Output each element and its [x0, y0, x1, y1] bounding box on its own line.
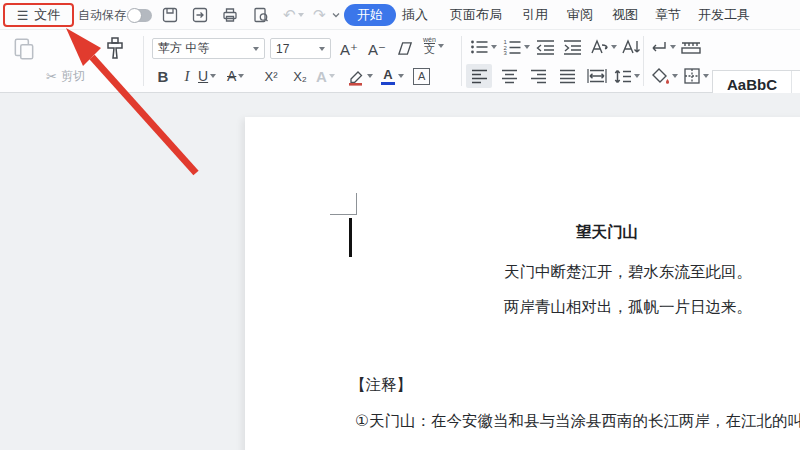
- phonetic-guide-button[interactable]: wén 文: [423, 36, 444, 55]
- margin-mark-horizontal: [330, 214, 357, 215]
- print-preview-button[interactable]: [252, 0, 270, 30]
- pinyin-text: wén: [423, 36, 436, 43]
- poem-line-1: 天门中断楚江开，碧水东流至此回。: [266, 262, 800, 283]
- ribbon: 粘贴 ✂ 剪切 复制 格式刷 苹方 中等 17 A⁺: [0, 30, 800, 93]
- borders-icon: [683, 67, 701, 85]
- font-size-combobox[interactable]: 17: [270, 38, 331, 59]
- font-name-combobox[interactable]: 苹方 中等: [152, 38, 265, 59]
- text-direction-button[interactable]: [621, 38, 641, 56]
- paragraph-layout-button[interactable]: [589, 38, 617, 56]
- decrease-font-icon: A⁻: [368, 41, 386, 59]
- superscript-icon: X²: [265, 69, 278, 84]
- paragraph-layout-icon: [589, 38, 609, 56]
- tab-references[interactable]: 引用: [522, 0, 548, 30]
- numbered-list-button[interactable]: 123: [502, 38, 530, 56]
- align-center-icon: [500, 68, 519, 84]
- print-preview-icon: [252, 6, 270, 24]
- tab-review-label: 审阅: [567, 6, 593, 24]
- align-center-button[interactable]: [496, 64, 522, 88]
- subscript-button[interactable]: X₂: [287, 66, 313, 86]
- pinyin-char: 文: [424, 43, 435, 55]
- toggle-knob: [127, 8, 142, 23]
- title-tab-bar: ☰ 文件 自动保存 ↶: [0, 0, 800, 30]
- tab-dev-tools[interactable]: 开发工具: [698, 0, 750, 30]
- font-name-value: 苹方 中等: [158, 40, 209, 57]
- note-item-1: ①天门山：在今安徽当和县与当涂县西南的长江两岸，在江北的叫: [355, 411, 800, 432]
- export-pdf-icon: [191, 6, 209, 24]
- font-color-swatch: [381, 82, 395, 85]
- notes-header: 【注释】: [350, 375, 412, 396]
- adjust-width-button[interactable]: [680, 38, 702, 56]
- borders-button[interactable]: [683, 64, 709, 88]
- save-icon: [161, 6, 179, 24]
- bullet-list-button[interactable]: [469, 38, 497, 56]
- font-size-value: 17: [276, 42, 289, 56]
- paste-clipboard-icon: [11, 36, 37, 62]
- borders-caret: [703, 74, 709, 78]
- text-effects-button[interactable]: A: [316, 66, 335, 86]
- tab-view[interactable]: 视图: [612, 0, 638, 30]
- increase-font-size-button[interactable]: A⁺: [337, 38, 361, 59]
- tab-review[interactable]: 审阅: [567, 0, 593, 30]
- character-border-icon: A: [413, 68, 430, 85]
- line-spacing-button[interactable]: [613, 64, 640, 88]
- distribute-icon: [586, 68, 608, 84]
- character-border-button[interactable]: A: [413, 67, 430, 85]
- undo-dropdown-caret: [298, 13, 304, 17]
- subscript-icon: X₂: [293, 69, 307, 84]
- tab-section[interactable]: 章节: [655, 0, 681, 30]
- strikethrough-button[interactable]: A: [227, 66, 244, 86]
- bold-button[interactable]: B: [153, 66, 173, 86]
- highlight-button[interactable]: [346, 66, 373, 86]
- tab-page-layout[interactable]: 页面布局: [450, 0, 502, 30]
- poem-line-2: 两岸青山相对出，孤帆一片日边来。: [266, 297, 800, 318]
- tab-home[interactable]: 开始: [344, 4, 396, 26]
- file-menu-button[interactable]: ☰ 文件: [3, 3, 74, 27]
- undo-icon: ↶: [283, 8, 296, 23]
- decrease-indent-button[interactable]: [535, 38, 556, 56]
- align-left-button[interactable]: [466, 64, 492, 88]
- bullet-caret: [491, 45, 497, 49]
- print-button[interactable]: [221, 0, 239, 30]
- undo-button[interactable]: ↶: [283, 0, 304, 30]
- cut-button[interactable]: ✂ 剪切: [46, 68, 85, 85]
- tab-insert[interactable]: 插入: [402, 0, 428, 30]
- wrap-button[interactable]: [648, 38, 676, 56]
- margin-mark-vertical: [356, 193, 357, 215]
- font-color-letter: A: [383, 68, 392, 81]
- font-color-icon: A: [381, 68, 395, 85]
- clear-format-button[interactable]: [393, 38, 417, 59]
- phonetic-caret: [438, 44, 444, 48]
- strikethrough-icon: A: [227, 68, 236, 84]
- align-left-icon: [470, 68, 489, 84]
- document-page[interactable]: 望天门山 天门中断楚江开，碧水东流至此回。 两岸青山相对出，孤帆一片日边来。 【…: [245, 117, 800, 450]
- distribute-button[interactable]: [583, 64, 611, 88]
- tab-page-layout-label: 页面布局: [450, 6, 502, 24]
- poem-title: 望天门山: [245, 222, 800, 243]
- increase-indent-button[interactable]: [562, 38, 583, 56]
- numbered-list-icon: 123: [502, 38, 522, 56]
- font-color-button[interactable]: A: [381, 66, 404, 86]
- align-right-button[interactable]: [525, 64, 551, 88]
- print-icon: [221, 6, 239, 24]
- tab-insert-label: 插入: [402, 6, 428, 24]
- numbered-caret: [524, 45, 530, 49]
- autosave-toggle[interactable]: [128, 9, 152, 22]
- underline-button[interactable]: U: [198, 66, 216, 86]
- justify-button[interactable]: [554, 64, 580, 88]
- customize-quick-access-button[interactable]: [330, 0, 342, 30]
- format-painter-icon: [103, 36, 127, 62]
- paste-button[interactable]: [6, 35, 42, 63]
- italic-button[interactable]: I: [178, 66, 196, 86]
- text-effects-icon: A: [316, 68, 327, 85]
- decrease-font-size-button[interactable]: A⁻: [365, 38, 389, 59]
- superscript-button[interactable]: X²: [258, 66, 284, 86]
- redo-button[interactable]: ↷: [313, 0, 326, 30]
- export-pdf-button[interactable]: [191, 0, 209, 30]
- save-button[interactable]: [161, 0, 179, 30]
- tab-references-label: 引用: [522, 6, 548, 24]
- shading-button[interactable]: [650, 64, 678, 88]
- bold-icon: B: [158, 68, 169, 85]
- adjust-width-icon: [680, 38, 702, 56]
- format-painter-button[interactable]: [98, 34, 132, 64]
